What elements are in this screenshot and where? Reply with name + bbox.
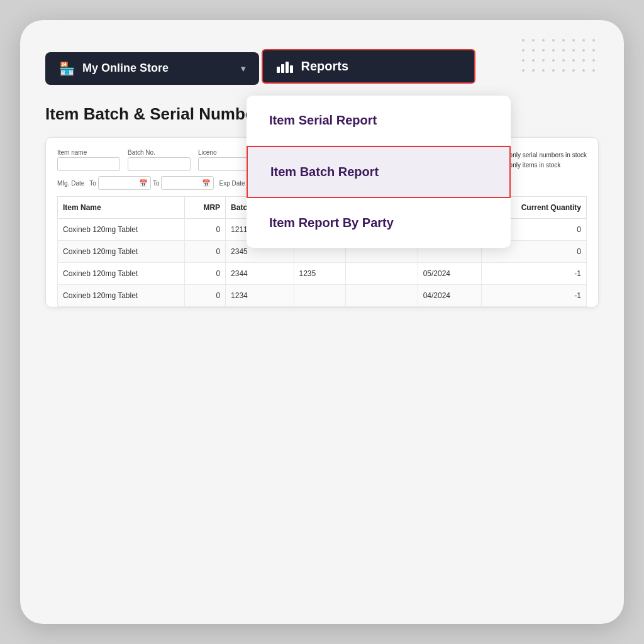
cell-1-0: Coxineb 120mg Tablet xyxy=(58,241,185,263)
cell-2-4 xyxy=(346,263,418,285)
mfg-from-input[interactable] xyxy=(101,180,139,187)
store-bar[interactable]: 🏪 My Online Store ▾ xyxy=(45,52,259,85)
cell-1-1: 0 xyxy=(185,241,226,263)
cell-3-6: -1 xyxy=(482,285,587,307)
mfg-to-input-wrap: 📅 xyxy=(161,176,214,190)
cell-3-0: Coxineb 120mg Tablet xyxy=(58,285,185,307)
mfg-from-input-wrap: 📅 xyxy=(98,176,151,190)
exp-date-label: Exp Date xyxy=(219,180,245,187)
cell-2-0: Coxineb 120mg Tablet xyxy=(58,263,185,285)
mfg-to-label-2: To xyxy=(153,180,160,187)
cell-3-3 xyxy=(294,285,346,307)
batch-no-group: Batch No. xyxy=(128,149,191,171)
cell-0-0: Coxineb 120mg Tablet xyxy=(58,219,185,241)
dropdown-item-report-by-party[interactable]: Item Report By Party xyxy=(247,198,511,248)
reports-nav-item[interactable]: Reports xyxy=(262,49,475,84)
store-icon: 🏪 xyxy=(59,61,75,76)
chevron-down-icon: ▾ xyxy=(241,64,245,74)
mfg-to-calendar-icon[interactable]: 📅 xyxy=(202,179,211,187)
dropdown-menu: Item Serial Report Item Batch Report Ite… xyxy=(247,96,511,248)
item-name-input[interactable] xyxy=(57,157,120,171)
bar-chart-icon xyxy=(277,60,293,73)
main-card: 🏪 My Online Store ▾ Reports Item Serial … xyxy=(20,20,624,624)
cell-2-6: -1 xyxy=(482,263,587,285)
cell-2-1: 0 xyxy=(185,263,226,285)
cell-3-1: 0 xyxy=(185,285,226,307)
table-row: Coxineb 120mg Tablet02344123505/2024-1 xyxy=(58,263,587,285)
cell-3-2: 1234 xyxy=(226,285,294,307)
cell-0-1: 0 xyxy=(185,219,226,241)
top-section: 🏪 My Online Store ▾ Reports Item Serial … xyxy=(45,45,599,85)
mfg-to-label-1: To xyxy=(89,180,96,187)
cell-2-3: 1235 xyxy=(294,263,346,285)
mfg-date-label: Mfg. Date xyxy=(57,180,84,187)
item-name-group: Item name xyxy=(57,149,120,171)
item-name-label: Item name xyxy=(57,149,120,156)
cell-3-4 xyxy=(346,285,418,307)
batch-no-input[interactable] xyxy=(128,157,191,171)
mfg-to-input[interactable] xyxy=(164,180,202,187)
cell-2-2: 2344 xyxy=(226,263,294,285)
reports-label: Reports xyxy=(301,59,348,74)
mfg-date-range: To 📅 To 📅 xyxy=(89,176,214,190)
table-row: Coxineb 120mg Tablet0123404/2024-1 xyxy=(58,285,587,307)
col-item-name: Item Name xyxy=(58,197,185,219)
cell-3-5: 04/2024 xyxy=(418,285,482,307)
dropdown-item-serial-report[interactable]: Item Serial Report xyxy=(247,96,511,146)
store-name: My Online Store xyxy=(82,62,169,75)
batch-no-label: Batch No. xyxy=(128,149,191,156)
mfg-from-calendar-icon[interactable]: 📅 xyxy=(139,179,148,187)
cell-2-5: 05/2024 xyxy=(418,263,482,285)
col-mrp: MRP xyxy=(185,197,226,219)
dropdown-item-batch-report[interactable]: Item Batch Report xyxy=(247,146,511,198)
